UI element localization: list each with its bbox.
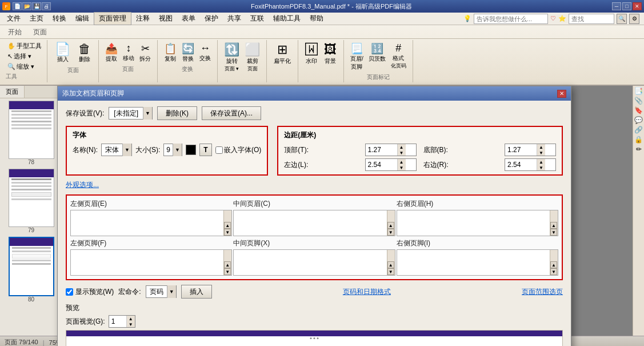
center-footer-input[interactable]: [234, 250, 386, 275]
bottom-spin-down[interactable]: ▼: [537, 150, 545, 156]
menu-comment[interactable]: 注释: [131, 13, 154, 25]
print-btn[interactable]: 🖨: [42, 2, 51, 10]
new-btn[interactable]: 📄: [13, 2, 22, 10]
tab-pages[interactable]: 页面: [0, 86, 25, 98]
header-footer-btn[interactable]: 📃页眉/页脚: [349, 41, 365, 72]
top-spin-down[interactable]: ▼: [398, 150, 406, 156]
menu-convert[interactable]: 转换: [48, 13, 71, 25]
select-btn[interactable]: ↖选择 ▾: [6, 51, 43, 61]
exchange-btn[interactable]: ↔交换: [198, 41, 213, 64]
move-btn[interactable]: ↕移动: [121, 41, 136, 64]
menu-edit[interactable]: 编辑: [71, 13, 94, 25]
rotate-btn[interactable]: 🔃旋转页面 ▾: [222, 41, 241, 74]
menu-form[interactable]: 表单: [177, 13, 200, 25]
preview-page-input[interactable]: [109, 317, 126, 326]
maximize-btn[interactable]: □: [622, 2, 631, 10]
thumb-page-78[interactable]: [9, 101, 54, 159]
sidebar-icon-2[interactable]: 📎: [634, 97, 643, 105]
right-footer-scroll-down[interactable]: ▼: [550, 268, 557, 275]
page-range-link[interactable]: 页面范围选页: [522, 287, 563, 297]
font-size-dropdown[interactable]: ▼: [173, 144, 182, 156]
watermark-btn[interactable]: 🅆 水印: [303, 41, 320, 66]
menu-page-manage[interactable]: 页面管理: [94, 12, 131, 25]
center-footer-scroll-up[interactable]: ▲: [387, 261, 394, 268]
right-spin-up[interactable]: ▲: [537, 159, 545, 165]
menu-protect[interactable]: 保护: [200, 13, 223, 25]
copy-page-btn[interactable]: 📋复制: [162, 41, 178, 64]
open-btn[interactable]: 📂: [22, 2, 31, 10]
preview-spin-down[interactable]: ▼: [127, 321, 135, 327]
minimize-btn[interactable]: ─: [612, 2, 621, 10]
left-spin-down[interactable]: ▼: [398, 165, 406, 170]
right-footer-input[interactable]: [397, 250, 550, 275]
delete-btn-ribbon[interactable]: 🗑 删除: [75, 41, 94, 65]
show-preview-checkbox[interactable]: [66, 288, 73, 296]
embed-checkbox[interactable]: [215, 146, 223, 154]
dialog-close-btn[interactable]: ✕: [557, 90, 566, 98]
right-footer-scroll-up[interactable]: ▲: [550, 261, 557, 268]
left-header-scroll-down[interactable]: ▼: [224, 229, 231, 236]
right-header-input[interactable]: [397, 210, 550, 236]
save-settings-dropdown[interactable]: ▼: [143, 107, 152, 120]
top-input[interactable]: [366, 145, 397, 154]
menu-help[interactable]: 帮助: [305, 13, 328, 25]
center-footer-scroll-down[interactable]: ▼: [387, 268, 394, 275]
zoom-btn[interactable]: 🔍缩放 ▾: [6, 62, 43, 71]
tell-me-input[interactable]: [474, 14, 548, 24]
right-input[interactable]: [505, 160, 537, 169]
right-header-scroll-up[interactable]: ▲: [550, 222, 557, 229]
flatten-btn[interactable]: ⊞ 扁平化: [271, 41, 293, 66]
menu-view[interactable]: 视图: [154, 13, 177, 25]
search-input[interactable]: [569, 14, 614, 24]
menu-share[interactable]: 共享: [223, 13, 246, 25]
insert-btn-ribbon[interactable]: 📄 插入: [52, 41, 73, 65]
sidebar-icon-lock[interactable]: 🔒: [634, 136, 643, 144]
menu-file[interactable]: 文件: [2, 13, 25, 25]
save-btn[interactable]: 💾: [32, 2, 41, 10]
sidebar-icon-4[interactable]: 💬: [634, 116, 643, 124]
thumb-page-79[interactable]: [9, 169, 54, 227]
center-header-scroll-down[interactable]: ▼: [387, 229, 394, 236]
bates-btn[interactable]: 🔢贝茨数: [367, 41, 387, 72]
bottom-spin-up[interactable]: ▲: [537, 144, 545, 150]
left-header-input[interactable]: [71, 210, 223, 236]
insert-macro-btn[interactable]: 插入: [181, 285, 212, 299]
menu-tools[interactable]: 辅助工具: [269, 13, 305, 25]
search-go-btn[interactable]: 🔍: [617, 14, 627, 24]
save-as-btn[interactable]: 保存设置(A)...: [202, 106, 261, 120]
left-footer-input[interactable]: [71, 250, 223, 275]
hand-tool-btn[interactable]: ✋手型工具: [6, 41, 43, 51]
bottom-input[interactable]: [505, 145, 537, 154]
center-header-input[interactable]: [234, 210, 386, 236]
macro-dropdown[interactable]: ▼: [167, 285, 176, 298]
color-box[interactable]: [186, 145, 196, 155]
menu-connect[interactable]: 互联: [246, 13, 269, 25]
left-input[interactable]: [366, 160, 397, 169]
tab-page2[interactable]: 页面: [27, 26, 53, 38]
close-btn[interactable]: ✕: [633, 2, 642, 10]
preview-spin-up[interactable]: ▲: [127, 316, 135, 321]
page-number-link[interactable]: 页码和日期格式: [343, 287, 391, 297]
left-header-scroll-up[interactable]: ▲: [224, 222, 231, 229]
right-header-scroll-down[interactable]: ▼: [550, 229, 557, 236]
tab-start[interactable]: 开始: [2, 26, 27, 38]
left-footer-scroll-up[interactable]: ▲: [224, 261, 231, 268]
left-footer-scroll-down[interactable]: ▼: [224, 268, 231, 275]
left-spin-up[interactable]: ▲: [398, 159, 406, 165]
sidebar-icon-3[interactable]: 🔖: [634, 106, 643, 114]
appearance-link[interactable]: 外观选项...: [66, 181, 99, 189]
sidebar-icon-5[interactable]: 🔗: [634, 126, 643, 134]
replace-btn[interactable]: 🔄替换: [180, 41, 196, 64]
top-spin-up[interactable]: ▲: [398, 144, 406, 150]
center-header-scroll-up[interactable]: ▲: [387, 222, 394, 229]
split-btn[interactable]: ✂拆分: [138, 41, 153, 64]
sidebar-icon-1[interactable]: 📑: [634, 87, 643, 95]
settings-btn[interactable]: ⚙: [629, 14, 639, 24]
right-spin-down[interactable]: ▼: [537, 165, 545, 170]
extract-btn[interactable]: 📤提取: [103, 41, 119, 64]
background-btn[interactable]: 🖼 背景: [322, 41, 339, 66]
delete-btn[interactable]: 删除(K): [157, 106, 197, 120]
crop-btn[interactable]: ⬜裁剪页面: [243, 41, 262, 74]
font-name-dropdown[interactable]: ▼: [122, 144, 131, 156]
menu-home[interactable]: 主页: [25, 13, 48, 25]
